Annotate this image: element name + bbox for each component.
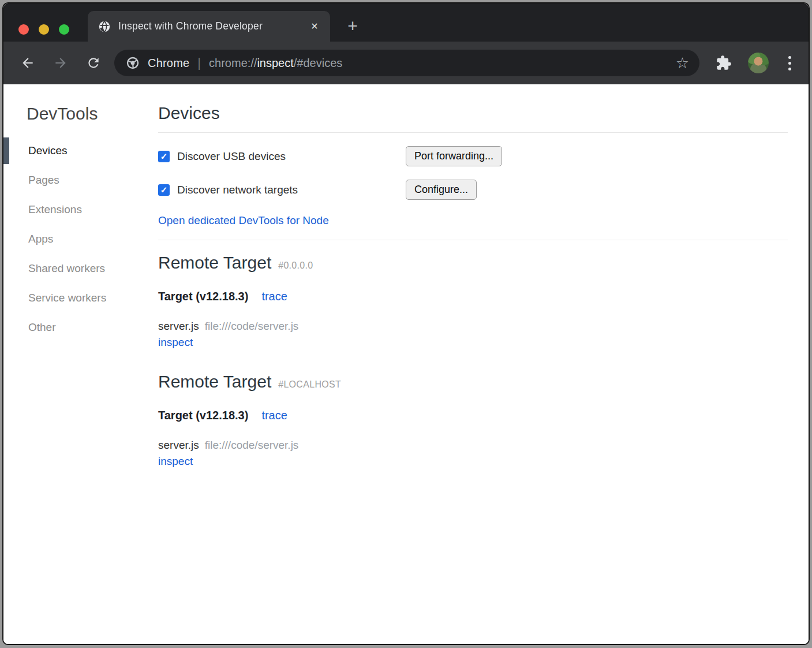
target-file-url: file:///code/server.js — [205, 439, 299, 451]
remote-target-heading: Remote Target — [158, 372, 271, 392]
tab-title: Inspect with Chrome Developer — [118, 20, 304, 32]
target-file-url: file:///code/server.js — [205, 320, 299, 332]
remote-target-section-localhost: Remote Target #LOCALHOST Target (v12.18.… — [158, 372, 788, 470]
discover-network-row: ✓ Discover network targets Configure... — [158, 180, 788, 200]
window-controls — [18, 24, 69, 35]
browser-tab[interactable]: Inspect with Chrome Developer ✕ — [88, 11, 330, 42]
menu-dot — [788, 68, 791, 70]
sidebar-item-apps[interactable]: Apps — [3, 224, 135, 254]
sidebar-item-service-workers[interactable]: Service workers — [3, 283, 135, 312]
tab-close-icon[interactable]: ✕ — [307, 19, 322, 34]
extensions-puzzle-icon[interactable] — [716, 55, 732, 71]
trace-link[interactable]: trace — [261, 409, 287, 422]
browser-menu-button[interactable] — [786, 54, 794, 73]
configure-button[interactable]: Configure... — [406, 180, 477, 200]
minimize-window-button[interactable] — [39, 24, 49, 35]
target-file-name: server.js — [158, 320, 199, 332]
address-separator: | — [197, 55, 201, 70]
browser-toolbar: Chrome | chrome://inspect/#devices ☆ — [3, 42, 809, 84]
target-file-name: server.js — [158, 439, 199, 451]
inspect-page: DevTools Devices Pages Extensions Apps S… — [3, 84, 809, 644]
remote-target-heading: Remote Target — [158, 253, 271, 273]
forward-arrow-icon — [53, 55, 68, 70]
new-tab-button[interactable]: + — [342, 15, 364, 37]
forward-button[interactable] — [49, 51, 72, 75]
remote-target-tag: #0.0.0.0 — [278, 260, 313, 271]
profile-avatar[interactable] — [748, 53, 769, 73]
sidebar-item-pages[interactable]: Pages — [3, 165, 135, 195]
menu-dot — [788, 56, 791, 59]
inspect-link[interactable]: inspect — [158, 453, 193, 470]
globe-favicon-icon — [98, 20, 111, 33]
target-name: Target (v12.18.3) — [158, 409, 248, 422]
discover-network-checkbox[interactable]: ✓ — [158, 184, 170, 196]
divider — [158, 132, 788, 133]
discover-usb-label: Discover USB devices — [177, 150, 286, 163]
url-text: chrome://inspect/#devices — [209, 57, 342, 70]
menu-dot — [788, 62, 791, 65]
bookmark-star-icon[interactable]: ☆ — [676, 55, 689, 70]
address-bar[interactable]: Chrome | chrome://inspect/#devices ☆ — [114, 50, 699, 76]
url-host: inspect — [257, 57, 293, 69]
reload-button[interactable] — [82, 51, 105, 75]
trace-link[interactable]: trace — [261, 290, 287, 303]
url-scheme: chrome:// — [209, 57, 257, 69]
remote-target-section-0000: Remote Target #0.0.0.0 Target (v12.18.3)… — [158, 253, 788, 351]
close-window-button[interactable] — [18, 24, 29, 35]
inspect-link[interactable]: inspect — [158, 334, 193, 351]
sidebar-item-devices[interactable]: Devices — [3, 136, 135, 165]
sidebar-item-other[interactable]: Other — [3, 312, 135, 342]
discover-usb-checkbox[interactable]: ✓ — [158, 151, 170, 162]
zoom-window-button[interactable] — [59, 24, 69, 35]
back-arrow-icon — [20, 55, 35, 70]
port-forwarding-button[interactable]: Port forwarding... — [406, 146, 502, 166]
open-node-devtools-link[interactable]: Open dedicated DevTools for Node — [158, 214, 329, 227]
page-title: Devices — [158, 103, 788, 123]
main-content: Devices ✓ Discover USB devices Port forw… — [135, 84, 809, 644]
discover-usb-row: ✓ Discover USB devices Port forwarding..… — [158, 146, 788, 166]
discover-network-label: Discover network targets — [177, 184, 298, 196]
chrome-logo-icon — [126, 56, 140, 70]
remote-target-tag: #LOCALHOST — [278, 379, 341, 390]
sidebar-title: DevTools — [3, 104, 135, 124]
reload-icon — [86, 55, 101, 70]
tab-strip: Inspect with Chrome Developer ✕ + — [3, 3, 809, 42]
divider — [158, 240, 788, 240]
target-file-row: server.jsfile:///code/server.js — [158, 318, 788, 334]
browser-window: Inspect with Chrome Developer ✕ + — [2, 2, 810, 645]
sidebar-item-extensions[interactable]: Extensions — [3, 195, 135, 224]
target-name: Target (v12.18.3) — [158, 290, 248, 303]
address-app-label: Chrome — [148, 57, 189, 70]
sidebar: DevTools Devices Pages Extensions Apps S… — [3, 84, 135, 644]
target-file-row: server.jsfile:///code/server.js — [158, 437, 788, 453]
back-button[interactable] — [16, 51, 39, 75]
url-path: /#devices — [294, 57, 343, 69]
sidebar-item-shared-workers[interactable]: Shared workers — [3, 254, 135, 283]
